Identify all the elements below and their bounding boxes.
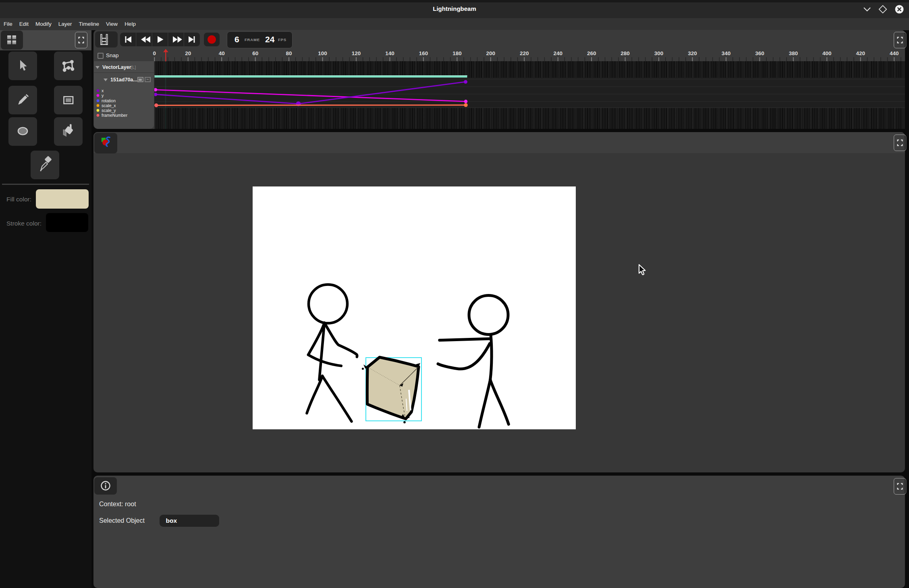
svg-text:frameNumber: frameNumber (102, 113, 128, 118)
svg-text:scale_x: scale_x (102, 103, 116, 108)
svg-text:80: 80 (286, 50, 292, 56)
svg-text:260: 260 (587, 50, 596, 56)
svg-text:200: 200 (486, 50, 495, 56)
svg-text:280: 280 (621, 50, 630, 56)
svg-text:rotation: rotation (102, 98, 116, 103)
svg-text:320: 320 (688, 50, 697, 56)
svg-text:220: 220 (519, 50, 529, 56)
svg-text:380: 380 (789, 50, 798, 56)
svg-text:340: 340 (721, 50, 731, 56)
svg-text:420: 420 (856, 50, 865, 56)
svg-text:360: 360 (755, 50, 764, 56)
svg-text:20: 20 (185, 50, 191, 56)
svg-text:100: 100 (318, 50, 327, 56)
svg-text:240: 240 (553, 50, 562, 56)
svg-text:440: 440 (889, 50, 899, 56)
svg-text:y: y (102, 93, 104, 98)
svg-text:300: 300 (654, 50, 663, 56)
svg-text:scale_y: scale_y (102, 108, 116, 113)
svg-text:60: 60 (252, 50, 258, 56)
svg-text:120: 120 (351, 50, 361, 56)
svg-text:x: x (102, 88, 104, 93)
svg-text:400: 400 (822, 50, 832, 56)
svg-text:180: 180 (452, 50, 462, 56)
svg-text:40: 40 (218, 50, 224, 56)
svg-text:0: 0 (153, 50, 156, 56)
svg-text:160: 160 (419, 50, 428, 56)
svg-text:140: 140 (385, 50, 394, 56)
